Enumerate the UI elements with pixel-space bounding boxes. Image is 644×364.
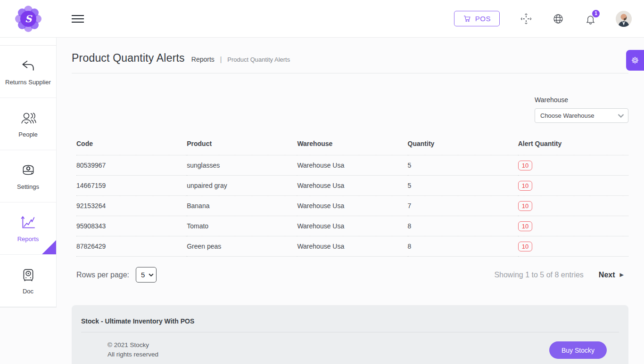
sidebar-item-returns-supplier[interactable]: Returns Supplier <box>0 46 56 98</box>
rows-per-page-label: Rows per page: <box>76 271 129 279</box>
sidebar-item-label: Doc <box>23 288 33 295</box>
col-header-alert-quantity: Alert Quantity <box>518 135 628 155</box>
breadcrumb-current: Product Quantity Alerts <box>227 56 290 63</box>
cell-warehouse: Warehouse Usa <box>297 216 407 236</box>
table-row: 14667159 unpaired gray Warehouse Usa 5 1… <box>76 176 628 196</box>
sidebar-item-doc[interactable]: Doc <box>0 255 56 307</box>
notification-badge: 1 <box>592 10 600 17</box>
table-row: 92153264 Banana Warehouse Usa 7 10 <box>76 196 628 216</box>
table-row: 87826429 Green peas Warehouse Usa 8 10 <box>76 236 628 257</box>
sidebar-item-label: Settings <box>17 183 39 190</box>
notifications-button[interactable]: 1 <box>585 13 596 24</box>
cell-code: 87826429 <box>76 236 187 257</box>
cell-warehouse: Warehouse Usa <box>297 176 407 196</box>
title-divider <box>72 73 628 73</box>
next-page-button[interactable]: Next ▶ <box>599 271 624 279</box>
settings-drive-icon <box>20 162 36 178</box>
sidebar-scroll-edge <box>0 38 56 46</box>
cell-product: Banana <box>187 196 297 216</box>
main-content: Product Quantity Alerts Reports | Produc… <box>57 38 644 364</box>
sidebar-item-label: People <box>18 131 37 138</box>
page-title: Product Quantity Alerts <box>72 52 185 65</box>
cell-code: 80539967 <box>76 155 187 176</box>
cell-product: sunglasses <box>187 155 297 176</box>
fullscreen-button[interactable] <box>520 13 532 24</box>
sidebar-item-label: Returns Supplier <box>5 79 51 86</box>
cell-quantity: 7 <box>408 196 518 216</box>
col-header-product: Product <box>187 135 297 155</box>
col-header-code: Code <box>76 135 187 155</box>
cell-quantity: 8 <box>408 216 518 236</box>
breadcrumb-separator: | <box>220 56 222 63</box>
table-row: 95908343 Tomato Warehouse Usa 8 10 <box>76 216 628 236</box>
rows-per-page-select[interactable]: 5 <box>136 267 157 283</box>
cell-warehouse: Warehouse Usa <box>297 155 407 176</box>
table-row: 80539967 sunglasses Warehouse Usa 5 10 <box>76 155 628 176</box>
cell-warehouse: Warehouse Usa <box>297 236 407 257</box>
app-logo[interactable]: S <box>0 5 57 32</box>
menu-toggle-button[interactable] <box>72 13 84 25</box>
cell-product: Green peas <box>187 236 297 257</box>
theme-settings-button[interactable] <box>626 50 644 71</box>
footer-panel: Stock - Ultimate Inventory With POS © 20… <box>72 305 628 364</box>
svg-text:S: S <box>25 13 33 24</box>
next-arrow-icon: ▶ <box>620 272 624 278</box>
cart-icon <box>463 15 471 23</box>
cell-product: unpaired gray <box>187 176 297 196</box>
sidebar-item-settings[interactable]: Settings <box>0 150 56 202</box>
alert-quantity-badge: 10 <box>518 181 532 191</box>
return-arrow-icon <box>20 58 36 74</box>
footer-title: Stock - Ultimate Inventory With POS <box>81 313 619 325</box>
cell-alert-quantity: 10 <box>518 155 628 176</box>
warehouse-select[interactable]: Choose Warehouse <box>535 108 628 123</box>
sidebar-item-reports[interactable]: Reports <box>0 202 56 255</box>
cell-code: 92153264 <box>76 196 187 216</box>
cell-code: 14667159 <box>76 176 187 196</box>
cell-alert-quantity: 10 <box>518 196 628 216</box>
showing-entries-text: Showing 1 to 5 of 8 entries <box>494 271 583 279</box>
doc-box-icon <box>20 267 36 283</box>
gear-icon <box>630 56 640 65</box>
expand-arrows-icon <box>520 13 532 24</box>
user-avatar[interactable] <box>616 11 632 27</box>
alert-quantity-badge: 10 <box>518 161 532 170</box>
warehouse-filter-label: Warehouse <box>535 96 628 104</box>
alert-quantity-badge: 10 <box>518 242 532 251</box>
cell-quantity: 5 <box>408 176 518 196</box>
footer-rights: All rights reserved <box>107 350 158 359</box>
alerts-table: Code Product Warehouse Quantity Alert Qu… <box>76 135 628 257</box>
sidebar-item-label: Reports <box>17 235 39 243</box>
cell-warehouse: Warehouse Usa <box>297 196 407 216</box>
next-label: Next <box>599 271 615 279</box>
cell-alert-quantity: 10 <box>518 236 628 257</box>
cell-code: 95908343 <box>76 216 187 236</box>
people-icon <box>20 110 37 126</box>
cell-quantity: 8 <box>408 236 518 257</box>
footer-copyright: © 2021 Stocky <box>107 340 158 350</box>
cell-quantity: 5 <box>408 155 518 176</box>
col-header-quantity: Quantity <box>408 135 518 155</box>
sidebar-item-people[interactable]: People <box>0 98 56 150</box>
breadcrumb: Reports | Product Quantity Alerts <box>191 56 290 63</box>
avatar-image <box>616 11 632 27</box>
top-header: S POS <box>0 0 644 38</box>
cell-alert-quantity: 10 <box>518 176 628 196</box>
table-body: 80539967 sunglasses Warehouse Usa 5 10 1… <box>76 155 628 257</box>
buy-stocky-button[interactable]: Buy Stocky <box>549 341 607 359</box>
pos-button[interactable]: POS <box>454 11 500 26</box>
language-button[interactable] <box>553 13 564 24</box>
pagination-bar: Rows per page: 5 Showing 1 to 5 of 8 ent… <box>72 267 628 283</box>
footer-divider <box>81 332 619 332</box>
active-item-marker <box>42 240 56 254</box>
alert-quantity-badge: 10 <box>518 201 532 211</box>
breadcrumb-section[interactable]: Reports <box>191 56 215 63</box>
col-header-warehouse: Warehouse <box>297 135 407 155</box>
cell-alert-quantity: 10 <box>518 216 628 236</box>
report-chart-icon <box>20 215 37 231</box>
sidebar-nav: Returns Supplier People Settings Reports <box>0 38 57 307</box>
pos-button-label: POS <box>475 15 491 23</box>
globe-icon <box>553 13 564 24</box>
table-header-row: Code Product Warehouse Quantity Alert Qu… <box>76 135 628 155</box>
alert-quantity-badge: 10 <box>518 221 532 231</box>
cell-product: Tomato <box>187 216 297 236</box>
